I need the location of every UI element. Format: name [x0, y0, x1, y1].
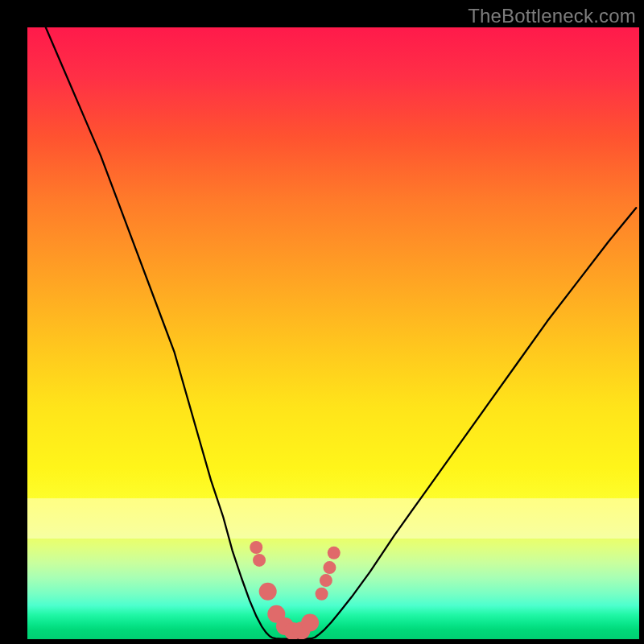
svg-point-2 [259, 583, 277, 601]
svg-point-0 [250, 541, 262, 554]
watermark-text: TheBottleneck.com [468, 5, 636, 27]
curve-layer [27, 27, 639, 639]
plot-area [27, 27, 639, 639]
svg-point-1 [253, 554, 266, 567]
valley-markers [250, 541, 341, 639]
svg-point-9 [320, 574, 332, 587]
svg-point-7 [301, 613, 319, 631]
svg-point-8 [316, 588, 328, 601]
chart-frame: TheBottleneck.com [0, 0, 644, 644]
bottleneck-curve [46, 27, 636, 639]
svg-point-11 [328, 547, 341, 559]
svg-point-10 [323, 561, 336, 574]
